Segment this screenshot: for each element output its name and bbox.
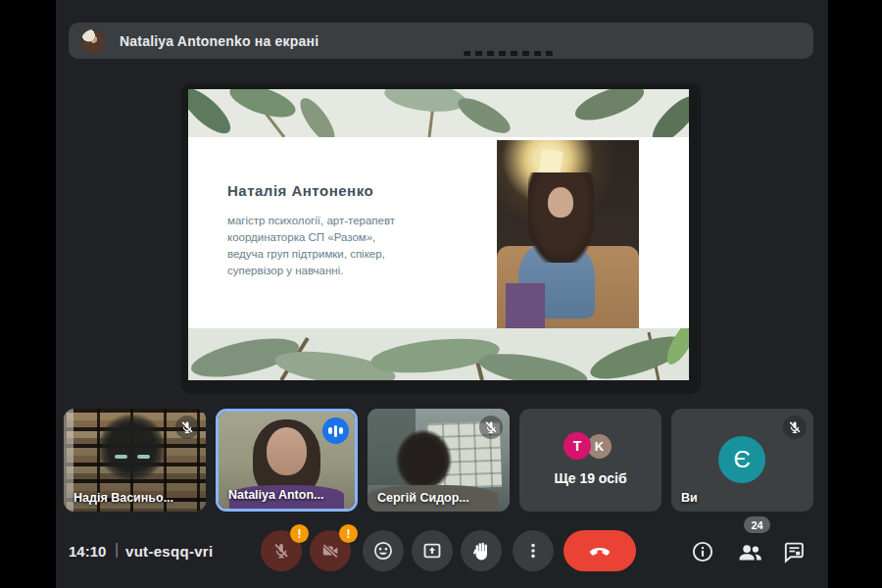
slide-body-text: магістр психології, арт-терапевт координ… <box>227 213 395 279</box>
more-options-icon <box>523 541 543 561</box>
present-screen-icon <box>421 540 443 562</box>
meet-app-area: Nataliya Antonenko на екрані <box>56 0 828 588</box>
mic-toggle-button[interactable]: ! <box>261 530 302 571</box>
self-view-tile[interactable]: Є Ви <box>671 409 813 512</box>
participant-name-label: Сергій Сидор... <box>377 491 469 505</box>
slide-content: Наталія Антоненко магістр психології, ар… <box>188 89 689 380</box>
slide-plant-strip-top <box>188 89 689 137</box>
self-label: Ви <box>681 491 698 505</box>
overflow-participants-tile[interactable]: T K Ще 19 осіб <box>519 409 662 512</box>
raise-hand-button[interactable] <box>461 530 502 571</box>
shared-screen-tile[interactable]: Наталія Антоненко магістр психології, ар… <box>181 83 701 394</box>
camera-off-icon <box>320 541 340 561</box>
presenting-banner-label: Nataliya Antonenko на екрані <box>120 33 318 49</box>
meet-window: Nataliya Antonenko на екрані <box>0 0 882 588</box>
plant-leaves-top-graphic <box>188 89 689 137</box>
speaker-photo <box>497 140 639 328</box>
slide-body-line: магістр психології, арт-терапевт <box>227 213 395 229</box>
mic-off-icon <box>479 416 503 439</box>
watermark-artifact <box>464 51 554 56</box>
raise-hand-icon <box>470 540 492 562</box>
reactions-button[interactable] <box>363 530 404 571</box>
divider: | <box>115 541 119 559</box>
self-avatar: Є <box>718 436 765 483</box>
slide-plant-strip-bottom <box>188 328 689 380</box>
chat-button[interactable] <box>782 540 806 564</box>
slide-body-line: координаторка СП «Разом», <box>227 229 395 246</box>
participant-name-label: Надія Васиньо... <box>74 491 173 505</box>
mic-warning-badge: ! <box>290 524 309 543</box>
end-call-icon <box>587 538 612 564</box>
more-options-button[interactable] <box>513 530 554 571</box>
photo-floral-dress <box>506 283 546 328</box>
slide-body-line: ведуча груп підтримки, спікер, <box>227 246 395 263</box>
participant-face <box>267 427 308 476</box>
people-icon <box>737 539 763 565</box>
show-participants-button[interactable] <box>736 540 763 564</box>
meeting-code: vut-esqq-vri <box>125 543 213 560</box>
chat-icon <box>782 540 806 564</box>
glasses-glint <box>137 455 150 459</box>
mic-off-icon <box>783 416 807 439</box>
present-screen-button[interactable] <box>412 530 453 571</box>
avatar-letter-t: T <box>564 432 591 460</box>
presenter-avatar <box>81 29 105 53</box>
participant-tile-nataliya-active[interactable]: Nataliya Anton... <box>216 409 358 512</box>
presenting-banner[interactable]: Nataliya Antonenko на екрані <box>69 23 813 59</box>
participant-tile-serhii[interactable]: Сергій Сидор... <box>368 409 510 512</box>
emoji-icon <box>372 540 394 562</box>
photo-face <box>548 187 573 218</box>
overflow-avatars: T K <box>519 432 662 462</box>
speaking-indicator-icon <box>322 417 349 444</box>
participants-count-badge: 24 <box>744 516 770 533</box>
glasses-glint <box>115 455 127 459</box>
slide-title: Наталія Антоненко <box>227 182 373 199</box>
meeting-details-button[interactable] <box>691 540 714 564</box>
mic-off-icon <box>175 416 199 439</box>
mic-off-icon <box>271 541 291 561</box>
camera-toggle-button[interactable]: ! <box>310 530 351 571</box>
slide-body-line: супервізор у навчанні. <box>227 263 395 279</box>
participant-tile-nadiia[interactable]: Надія Васиньо... <box>64 409 206 512</box>
end-call-button[interactable] <box>564 530 636 571</box>
more-people-label: Ще 19 осіб <box>519 470 662 486</box>
camera-warning-badge: ! <box>339 524 358 543</box>
clock-time: 14:10 <box>69 543 106 560</box>
plant-leaves-bottom-graphic <box>188 328 689 380</box>
participant-name-label: Nataliya Anton... <box>228 488 323 502</box>
video-wall-sliver <box>64 409 74 512</box>
info-icon <box>691 540 714 564</box>
